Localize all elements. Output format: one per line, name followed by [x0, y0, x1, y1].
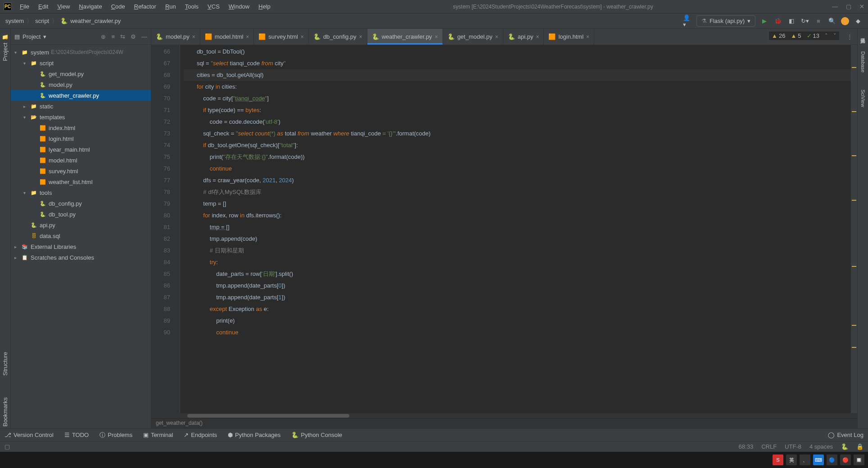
tray-icon[interactable]: 🔴 — [840, 454, 851, 465]
tray-icon[interactable]: 🔵 — [827, 454, 837, 465]
editor-tab-api-py[interactable]: 🐍api.py× — [503, 29, 544, 45]
editor-tab-model-html[interactable]: 🟧model.html× — [200, 29, 254, 45]
tree-item-survey-html[interactable]: 🟧survey.html — [11, 166, 151, 176]
ime-punct-indicator[interactable]: 、 — [800, 454, 810, 465]
close-tab-button[interactable]: × — [495, 34, 498, 40]
tree-item-lyear-main-html[interactable]: 🟧lyear_main.html — [11, 144, 151, 155]
tree-item-db-tool-py[interactable]: 🐍db_tool.py — [11, 209, 151, 220]
error-stripe[interactable] — [851, 45, 857, 413]
python-packages-tab[interactable]: ⬢Python Packages — [228, 432, 280, 438]
python-console-tab[interactable]: 🐍Python Console — [291, 432, 342, 438]
close-tab-button[interactable]: × — [435, 34, 438, 40]
tree-item-get-model-py[interactable]: 🐍get_model.py — [11, 68, 151, 79]
ime-lang-indicator[interactable]: 英 — [786, 454, 797, 465]
line-number-gutter[interactable]: 6667686970717273747576777879808182838485… — [151, 45, 174, 413]
breadcrumb-item[interactable]: system — [5, 18, 24, 24]
ime-keyboard-icon[interactable]: ⌨ — [813, 454, 824, 465]
project-view-selector[interactable]: ▤ Project ▾ — [14, 33, 46, 40]
project-tree[interactable]: ▾📁systemE:\2024StudentProjects\024W▾📁scr… — [11, 45, 151, 428]
version-control-tab[interactable]: ⎇Version Control — [5, 432, 54, 438]
tree-item-weather-crawler-py[interactable]: 🐍weather_crawler.py — [11, 90, 151, 101]
bookmarks-tool-tab[interactable]: Bookmarks — [2, 396, 9, 428]
sciview-tool-tab[interactable]: SciView — [860, 88, 866, 109]
menu-vcs[interactable]: VCS — [204, 2, 223, 11]
maximize-button[interactable]: ▢ — [846, 3, 851, 10]
scrollbar-thumb[interactable] — [187, 414, 349, 418]
breadcrumb-item[interactable]: weather_crawler.py — [70, 18, 121, 24]
tree-item-index-html[interactable]: 🟧index.html — [11, 122, 151, 133]
editor[interactable]: 6667686970717273747576777879808182838485… — [151, 45, 857, 413]
editor-breadcrumbs[interactable]: get_weather_data() — [151, 418, 857, 428]
menu-file[interactable]: File — [16, 2, 33, 11]
tree-item-db-config-py[interactable]: 🐍db_config.py — [11, 198, 151, 209]
tree-item-system[interactable]: ▾📁systemE:\2024StudentProjects\024W — [11, 47, 151, 58]
breadcrumb-item[interactable]: script — [35, 18, 49, 24]
stop-button[interactable]: ■ — [814, 17, 823, 26]
editor-tab-model-py[interactable]: 🐍model.py× — [151, 29, 200, 45]
indent-settings[interactable]: 4 spaces — [809, 443, 833, 450]
run-button[interactable]: ▶ — [760, 17, 769, 26]
sogou-ime-icon[interactable]: S — [773, 454, 783, 465]
run-configuration-selector[interactable]: ⚗ Flask (api.py) ▾ — [696, 15, 755, 27]
minimize-button[interactable]: — — [832, 3, 838, 10]
tree-item-static[interactable]: ▸📁static — [11, 101, 151, 112]
tree-item-model-py[interactable]: 🐍model.py — [11, 79, 151, 90]
interpreter-icon[interactable]: 🐍 — [841, 443, 848, 450]
close-tab-button[interactable]: × — [536, 34, 539, 40]
event-log-tab[interactable]: ◯Event Log — [828, 432, 863, 438]
endpoints-tab[interactable]: ↗Endpoints — [184, 432, 217, 438]
tree-item-data-sql[interactable]: 🗄data.sql — [11, 230, 151, 241]
line-separator[interactable]: CRLF — [761, 443, 777, 450]
menu-window[interactable]: Window — [225, 2, 253, 11]
chevron-down-icon[interactable]: ˅ — [833, 32, 836, 39]
tree-item-external-libraries[interactable]: ▸📚External Libraries — [11, 241, 151, 252]
menu-tools[interactable]: Tools — [181, 2, 202, 11]
menu-refactor[interactable]: Refactor — [131, 2, 160, 11]
menu-run[interactable]: Run — [162, 2, 180, 11]
tongyi-tool-tab[interactable]: 通义灵码 — [859, 32, 866, 36]
problems-tab[interactable]: ⓘProblems — [99, 431, 132, 439]
editor-tab-login-html[interactable]: 🟧login.html× — [544, 29, 594, 45]
tree-item-login-html[interactable]: 🟧login.html — [11, 133, 151, 144]
debug-button[interactable]: 🐞 — [773, 17, 782, 26]
chevron-up-icon[interactable]: ˄ — [825, 32, 828, 39]
file-encoding[interactable]: UTF-8 — [785, 443, 801, 450]
profile-button[interactable]: ↻▾ — [800, 17, 809, 26]
fold-gutter[interactable] — [174, 45, 180, 413]
select-opened-file-button[interactable]: ⊕ — [101, 33, 106, 40]
settings-button[interactable]: ⚙ — [131, 33, 136, 40]
editor-tab-db-config-py[interactable]: 🐍db_config.py× — [309, 29, 367, 45]
menu-code[interactable]: Code — [108, 2, 129, 11]
menu-navigate[interactable]: Navigate — [75, 2, 105, 11]
structure-tool-tab[interactable]: Structure — [2, 350, 9, 378]
cursor-position[interactable]: 68:33 — [739, 443, 754, 450]
expand-all-button[interactable]: ≡ — [111, 33, 115, 40]
menu-view[interactable]: View — [54, 2, 73, 11]
tray-icon[interactable]: 🔲 — [854, 454, 864, 465]
inspection-widget[interactable]: ▲26 ▲5 ✓13 ˄ ˅ — [769, 32, 839, 40]
terminal-tab[interactable]: ▣Terminal — [143, 432, 173, 438]
ide-updates-icon[interactable] — [841, 17, 849, 25]
close-button[interactable]: ✕ — [859, 3, 864, 10]
editor-tab-survey-html[interactable]: 🟧survey.html× — [254, 29, 309, 45]
tree-item-scratches-and-consoles[interactable]: ▸📋Scratches and Consoles — [11, 252, 151, 263]
code-content[interactable]: db_tool = DbTool() sql = "select tianqi_… — [180, 45, 851, 413]
tree-item-templates[interactable]: ▾📂templates — [11, 112, 151, 122]
todo-tab[interactable]: ☰TODO — [64, 432, 89, 438]
close-tab-button[interactable]: × — [192, 34, 195, 40]
close-tab-button[interactable]: × — [246, 34, 249, 40]
search-everywhere-button[interactable]: 🔍 — [827, 17, 836, 26]
editor-tab-weather-crawler-py[interactable]: 🐍weather_crawler.py× — [367, 29, 443, 45]
tree-item-tools[interactable]: ▾📁tools — [11, 187, 151, 198]
tree-item-api-py[interactable]: 🐍api.py — [11, 220, 151, 230]
editor-tab-get-model-py[interactable]: 🐍get_model.py× — [443, 29, 503, 45]
database-tool-tab[interactable]: Database — [860, 50, 866, 74]
close-tab-button[interactable]: × — [359, 34, 362, 40]
horizontal-scrollbar[interactable] — [151, 413, 857, 418]
hide-button[interactable]: — — [141, 33, 147, 40]
project-tool-tab[interactable]: Project📁 — [2, 32, 9, 63]
tree-item-script[interactable]: ▾📁script — [11, 58, 151, 68]
tree-item-model-html[interactable]: 🟧model.html — [11, 155, 151, 166]
tabs-more-button[interactable]: ⋮ — [842, 29, 857, 45]
assistant-icon[interactable]: ◆ — [854, 17, 863, 26]
